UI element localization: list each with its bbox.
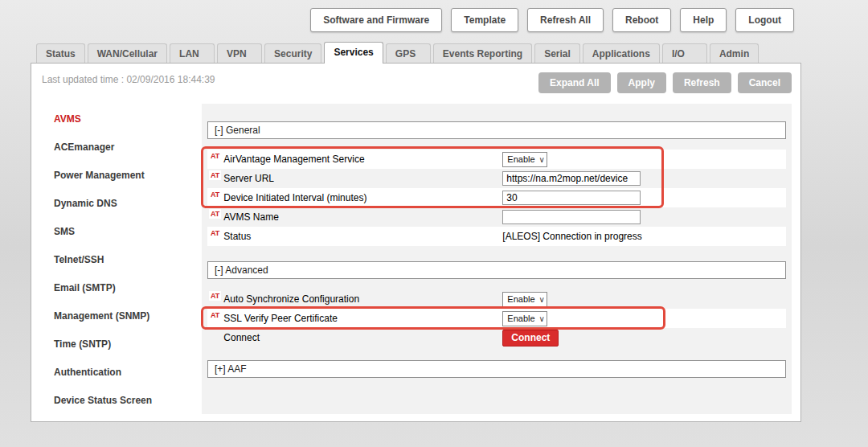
template-button[interactable]: Template bbox=[451, 8, 518, 32]
device-initiated-interval-minutes-input[interactable] bbox=[502, 191, 641, 205]
section-rows-general: ATAirVantage Management ServiceEnable∨AT… bbox=[207, 150, 786, 246]
at-command-badge: AT bbox=[209, 291, 221, 301]
connect-button[interactable]: Connect bbox=[502, 330, 559, 347]
tab-events-reporting[interactable]: Events Reporting bbox=[433, 43, 532, 63]
field-row-ssl-verify-peer-certificate: ATSSL Verify Peer CertificateEnable∨ bbox=[207, 309, 786, 328]
sidebar-item-sms[interactable]: SMS bbox=[39, 218, 200, 246]
cancel-button[interactable]: Cancel bbox=[738, 72, 792, 93]
section-rows-advanced: ATAuto Synchronize ConfigurationEnable∨A… bbox=[207, 289, 786, 347]
tab-lan[interactable]: LAN bbox=[170, 43, 215, 63]
sidebar-nav: AVMSACEmanagerPower ManagementDynamic DN… bbox=[39, 105, 200, 415]
at-command-badge: AT bbox=[209, 310, 221, 320]
field-label-auto-synchronize-configuration: Auto Synchronize Configuration bbox=[223, 293, 502, 305]
field-label-airvantage-management-service: AirVantage Management Service bbox=[223, 154, 502, 165]
refresh-all-button[interactable]: Refresh All bbox=[527, 8, 604, 32]
tab-serial[interactable]: Serial bbox=[534, 43, 580, 63]
main-tab-bar: StatusWAN/CellularLANVPNSecurityServices… bbox=[36, 42, 759, 63]
software-and-firmware-button[interactable]: Software and Firmware bbox=[310, 8, 442, 32]
field-row-device-initiated-interval-minutes: ATDevice Initiated Interval (minutes) bbox=[207, 188, 786, 207]
tab-status[interactable]: Status bbox=[36, 43, 85, 63]
sidebar-item-email-smtp[interactable]: Email (SMTP) bbox=[39, 274, 200, 302]
window-header-buttons: Software and FirmwareTemplateRefresh All… bbox=[310, 8, 794, 32]
field-control-server-url bbox=[502, 171, 641, 186]
field-label-server-url: Server URL bbox=[223, 173, 502, 184]
field-label-avms-name: AVMS Name bbox=[223, 211, 502, 223]
field-control-status: [ALEOS] Connection in progress bbox=[502, 231, 641, 242]
airvantage-management-service-select[interactable]: Enable∨ bbox=[502, 152, 547, 167]
field-row-connect: ATConnectConnect bbox=[207, 328, 786, 347]
sidebar-item-management-snmp[interactable]: Management (SNMP) bbox=[39, 302, 200, 330]
tab-security[interactable]: Security bbox=[264, 43, 321, 63]
expand-all-button[interactable]: Expand All bbox=[538, 72, 611, 93]
toolbar-buttons: Expand AllApplyRefreshCancel bbox=[538, 72, 792, 93]
tab-applications[interactable]: Applications bbox=[583, 43, 660, 63]
section-aaf: [+] AAF bbox=[207, 360, 786, 378]
sidebar-item-device-status-screen[interactable]: Device Status Screen bbox=[39, 387, 200, 415]
field-control-airvantage-management-service: Enable∨ bbox=[502, 152, 547, 167]
field-control-auto-synchronize-configuration: Enable∨ bbox=[502, 292, 547, 307]
field-row-status: ATStatus[ALEOS] Connection in progress bbox=[207, 227, 786, 246]
server-url-input[interactable] bbox=[502, 171, 641, 186]
status-value: [ALEOS] Connection in progress bbox=[502, 231, 641, 242]
avms-name-input[interactable] bbox=[502, 210, 641, 224]
chevron-down-icon: ∨ bbox=[539, 295, 545, 304]
section-header-aaf[interactable]: [+] AAF bbox=[207, 360, 786, 378]
tab-wan-cellular[interactable]: WAN/Cellular bbox=[88, 43, 167, 63]
last-updated-text: Last updated time : 02/09/2016 18:44:39 bbox=[42, 74, 215, 85]
at-command-badge: AT bbox=[209, 228, 221, 238]
section-advanced: [-] AdvancedATAuto Synchronize Configura… bbox=[207, 261, 786, 347]
field-control-device-initiated-interval-minutes bbox=[502, 191, 641, 205]
help-button[interactable]: Help bbox=[680, 8, 727, 32]
selected-option: Enable bbox=[507, 294, 534, 304]
sidebar-item-time-sntp[interactable]: Time (SNTP) bbox=[39, 330, 200, 359]
apply-button[interactable]: Apply bbox=[617, 72, 666, 93]
field-row-airvantage-management-service: ATAirVantage Management ServiceEnable∨ bbox=[207, 150, 786, 169]
logout-button[interactable]: Logout bbox=[735, 8, 794, 32]
tab-vpn[interactable]: VPN bbox=[217, 43, 262, 63]
main-panel: Last updated time : 02/09/2016 18:44:39 … bbox=[31, 63, 801, 422]
section-header-advanced[interactable]: [-] Advanced bbox=[207, 261, 786, 279]
auto-synchronize-configuration-select[interactable]: Enable∨ bbox=[502, 292, 547, 307]
at-command-badge: AT bbox=[209, 151, 221, 161]
chevron-down-icon: ∨ bbox=[539, 155, 545, 164]
field-label-connect: Connect bbox=[223, 332, 502, 343]
field-control-connect: Connect bbox=[502, 330, 559, 347]
field-label-status: Status bbox=[223, 231, 502, 242]
ssl-verify-peer-certificate-select[interactable]: Enable∨ bbox=[502, 311, 547, 326]
sidebar-item-dynamic-dns[interactable]: Dynamic DNS bbox=[39, 190, 200, 218]
tab-gps[interactable]: GPS bbox=[386, 43, 431, 63]
at-command-badge: AT bbox=[209, 209, 221, 219]
sidebar-item-power-management[interactable]: Power Management bbox=[39, 162, 200, 190]
content-area: [-] GeneralATAirVantage Management Servi… bbox=[202, 104, 792, 414]
section-header-general[interactable]: [-] General bbox=[207, 121, 786, 139]
selected-option: Enable bbox=[507, 154, 534, 164]
field-label-device-initiated-interval-minutes: Device Initiated Interval (minutes) bbox=[223, 192, 502, 203]
tab-admin[interactable]: Admin bbox=[710, 43, 759, 63]
field-control-ssl-verify-peer-certificate: Enable∨ bbox=[502, 311, 547, 326]
field-row-server-url: ATServer URL bbox=[207, 169, 786, 188]
chevron-down-icon: ∨ bbox=[539, 314, 545, 323]
refresh-button[interactable]: Refresh bbox=[673, 72, 731, 93]
selected-option: Enable bbox=[507, 314, 534, 323]
sidebar-item-acemanager[interactable]: ACEmanager bbox=[39, 133, 200, 162]
at-command-badge: AT bbox=[209, 170, 221, 180]
tab-services[interactable]: Services bbox=[324, 42, 383, 64]
section-general: [-] GeneralATAirVantage Management Servi… bbox=[207, 121, 786, 246]
tab-i-o[interactable]: I/O bbox=[662, 43, 707, 63]
field-control-avms-name bbox=[502, 210, 641, 224]
sidebar-item-telnet-ssh[interactable]: Telnet/SSH bbox=[39, 246, 200, 274]
reboot-button[interactable]: Reboot bbox=[612, 8, 671, 32]
field-row-avms-name: ATAVMS Name bbox=[207, 207, 786, 227]
at-command-badge: AT bbox=[209, 190, 221, 199]
sidebar-item-avms[interactable]: AVMS bbox=[39, 105, 200, 133]
field-label-ssl-verify-peer-certificate: SSL Verify Peer Certificate bbox=[223, 313, 502, 324]
field-row-auto-synchronize-configuration: ATAuto Synchronize ConfigurationEnable∨ bbox=[207, 289, 786, 309]
sidebar-item-authentication[interactable]: Authentication bbox=[39, 359, 200, 387]
